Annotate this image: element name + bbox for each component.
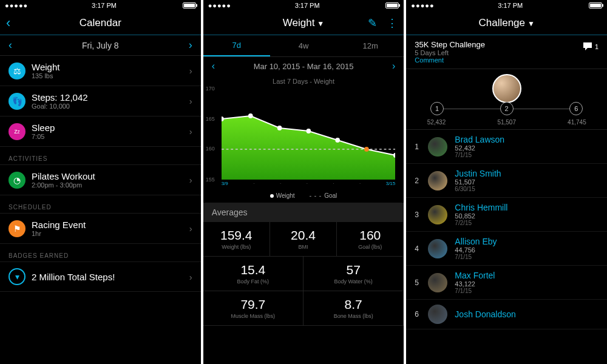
chevron-right-icon: › [189, 272, 192, 282]
y-tick: 165 [206, 116, 215, 122]
user-name: Brad Lawson [455, 135, 504, 144]
range-tabs: 7d 4w 12m [203, 35, 404, 57]
rank-number: 6 [415, 310, 421, 318]
svg-point-2 [248, 113, 253, 118]
battery-icon [589, 2, 602, 8]
weight-screen: ●●●●● 3:17 PM Weight▼ ✎ ⋮ 7d 4w 12m ‹ Ma… [203, 0, 404, 364]
averages-row-2: 15.4Body Fat (%) 57Body Water (%) [203, 257, 404, 291]
page-title: Calendar [80, 17, 121, 29]
more-menu-button[interactable]: ⋮ [387, 16, 398, 30]
rank-number: 2 [415, 177, 421, 185]
back-button[interactable]: ‹ [6, 15, 10, 31]
nav-bar: Weight▼ ✎ ⋮ [203, 11, 404, 35]
user-name: Max Fortel [455, 271, 495, 280]
rank-number: 4 [415, 244, 421, 253]
user-score: 52,432 [455, 144, 504, 152]
user-date: 7/1/15 [455, 254, 497, 260]
prev-day-button[interactable]: ‹ [8, 39, 12, 52]
next-range-button[interactable]: › [392, 61, 395, 72]
user-score: 50,852 [455, 212, 507, 220]
scheduled-duration: 1hr [32, 230, 86, 237]
page-title[interactable]: Challenge▼ [478, 17, 534, 29]
podium-rank-1[interactable]: 1 [430, 102, 444, 115]
challenge-days-left: 5 Days Left [415, 49, 599, 56]
prev-range-button[interactable]: ‹ [212, 61, 215, 72]
status-bar: ●●●●● 3:17 PM [0, 0, 201, 11]
date-selector[interactable]: ‹ Fri, July 8 › [0, 35, 201, 56]
battery-icon [183, 2, 196, 8]
status-bar: ●●●●● 3:17 PM [203, 0, 404, 11]
leaderboard-row[interactable]: 2Justin Smith51,5076/30/15 [406, 164, 607, 198]
legend-goal-marker: - - - [310, 192, 322, 199]
leaderboard-row[interactable]: 1Brad Lawson52,4327/1/15 [406, 130, 607, 164]
edit-button[interactable]: ✎ [368, 16, 377, 30]
y-tick: 160 [206, 146, 215, 152]
badge-row[interactable]: ▾ 2 Million Total Steps! › [0, 262, 201, 292]
activity-row[interactable]: ◔ Pilates Workout 2:00pm - 3:00pm › [0, 165, 201, 195]
sleep-icon: zz [8, 123, 25, 140]
leaderboard-row[interactable]: 6Josh Donaldson [406, 300, 607, 329]
tab-12m[interactable]: 12m [337, 35, 404, 56]
user-date: 6/30/15 [455, 186, 501, 192]
svg-point-3 [277, 126, 282, 130]
rank-number: 5 [415, 278, 421, 287]
user-name: Josh Donaldson [455, 309, 515, 319]
next-day-button[interactable]: › [189, 39, 192, 52]
svg-point-4 [306, 129, 311, 133]
speech-bubble-icon [582, 41, 593, 52]
avg-bone-mass: 8.7Bone Mass (lbs) [304, 291, 404, 326]
sleep-row[interactable]: zz Sleep 7:05 › [0, 116, 201, 147]
tab-4w[interactable]: 4w [270, 35, 337, 56]
svg-point-6 [364, 147, 369, 152]
challenge-screen: ●●●●● 3:17 PM Challenge▼ 35K Step Challe… [406, 0, 607, 364]
battery-icon [385, 2, 399, 8]
sleep-label: Sleep [32, 123, 55, 133]
rank-number: 3 [415, 211, 421, 219]
weight-chart[interactable]: 170 165 160 155 [222, 89, 396, 180]
x-ticks: 3/9·····3/15 [222, 181, 396, 186]
chart-title: Last 7 Days - Weight [203, 75, 404, 86]
averages-row-1: 159.4Weight (lbs) 20.4BMI 160Goal (lbs) [203, 222, 404, 257]
scheduled-name: Racing Event [32, 220, 86, 230]
badge-shield-icon: ▾ [8, 268, 25, 285]
user-score: 44,756 [455, 246, 497, 254]
page-title[interactable]: Weight▼ [283, 17, 325, 29]
user-name: Chris Hemmill [455, 203, 507, 212]
my-avatar[interactable] [492, 74, 521, 103]
comment-link[interactable]: Comment [415, 56, 599, 64]
scheduled-row[interactable]: ⚑ Racing Event 1hr › [0, 214, 201, 244]
status-time: 3:17 PM [295, 2, 320, 9]
date-range: Mar 10, 2015 - Mar 16, 2015 [254, 62, 354, 71]
leaderboard-row[interactable]: 5Max Fortel43,1227/1/15 [406, 266, 607, 300]
steps-row[interactable]: 👣 Steps: 12,042 Goal: 10,000 › [0, 86, 201, 116]
weight-row[interactable]: ⚖ Weight 135 lbs › [0, 56, 201, 86]
svg-point-5 [335, 138, 340, 143]
user-date: 7/2/15 [455, 220, 507, 226]
leaderboard-row[interactable]: 3Chris Hemmill50,8527/2/15 [406, 198, 607, 232]
rank-number: 1 [415, 143, 421, 151]
leaderboard: 1Brad Lawson52,4327/1/152Justin Smith51,… [406, 130, 607, 329]
podium-rank-2[interactable]: 2 [500, 102, 514, 115]
chevron-right-icon: › [189, 66, 192, 76]
chart-legend: Weight - - -Goal [203, 189, 404, 203]
calendar-screen: ●●●●● 3:17 PM ‹ Calendar ‹ Fri, July 8 ›… [0, 0, 201, 364]
y-tick: 155 [206, 177, 215, 183]
nav-bar: ‹ Calendar [0, 11, 201, 35]
y-tick: 170 [206, 86, 215, 92]
leaderboard-row[interactable]: 4Allison Eby44,7567/1/15 [406, 232, 607, 266]
user-avatar [428, 239, 447, 258]
challenge-header: 35K Step Challenge 5 Days Left Comment 1 [406, 35, 607, 69]
badge-name: 2 Million Total Steps! [32, 272, 115, 282]
avg-goal: 160Goal (lbs) [337, 222, 404, 257]
user-date: 7/1/15 [455, 288, 495, 294]
footsteps-icon: 👣 [8, 93, 25, 110]
chevron-right-icon: › [189, 223, 192, 234]
podium: 1 2 6 52,432 51,507 41,745 [406, 69, 607, 130]
comment-count-badge[interactable]: 1 [582, 41, 599, 52]
nav-bar: Challenge▼ [406, 11, 607, 35]
user-name: Justin Smith [455, 169, 501, 178]
tab-7d[interactable]: 7d [203, 35, 270, 56]
user-date: 7/1/15 [455, 152, 504, 158]
signal-dots-icon: ●●●●● [5, 2, 28, 9]
podium-rank-6[interactable]: 6 [569, 102, 583, 115]
